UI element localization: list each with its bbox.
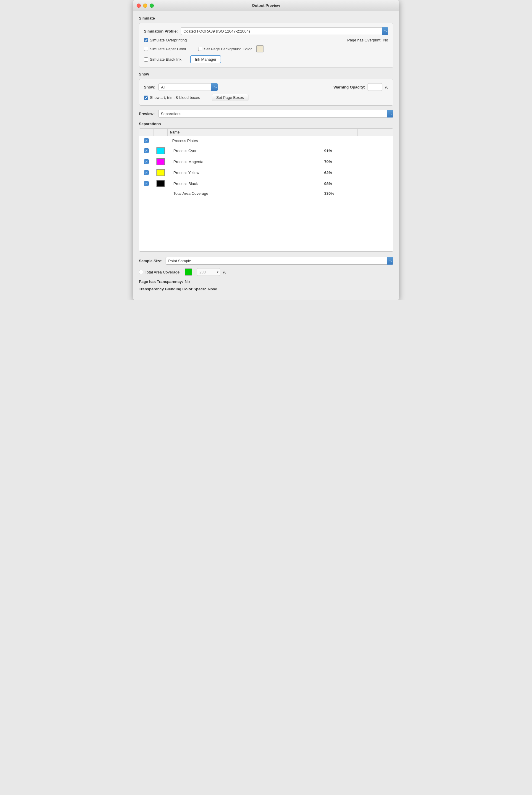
row-color-cell	[153, 145, 168, 156]
set-page-boxes-button[interactable]: Set Page Boxes	[212, 94, 248, 101]
row-checkbox-checked[interactable]: ✓	[144, 170, 149, 175]
simulate-black-ink-label[interactable]: Simulate Black Ink	[144, 57, 182, 61]
table-body: ✓ Process Plates ✓	[139, 136, 393, 251]
table-row: ✓ Process Cyan 91%	[139, 145, 393, 156]
page-bg-color-swatch[interactable]	[256, 45, 264, 52]
row-checkbox-checked[interactable]: ✓	[144, 138, 149, 143]
color-swatch-yellow	[156, 169, 165, 176]
simulate-paper-row: Simulate Paper Color Set Page Background…	[144, 45, 388, 52]
ink-manager-button[interactable]: Ink Manager	[190, 55, 221, 64]
sample-size-select[interactable]: Point Sample	[166, 257, 393, 265]
close-button[interactable]	[137, 3, 141, 8]
output-preview-window: Output Preview Simulate Simulation Profi…	[133, 0, 399, 300]
simulate-overprinting-checkbox[interactable]	[144, 38, 148, 42]
row-extra-cell	[358, 170, 393, 175]
row-checkbox-cell[interactable]: ✓	[139, 136, 153, 145]
table-empty-space	[139, 198, 393, 251]
row-checkbox-cell[interactable]: ✓	[139, 168, 153, 177]
set-page-bg-checkbox[interactable]	[198, 47, 202, 51]
row-extra-cell	[358, 149, 393, 153]
simulate-black-ink-checkbox[interactable]	[144, 57, 148, 61]
sample-size-select-wrapper: Point Sample	[166, 257, 393, 265]
tac-percent-unit: %	[223, 270, 226, 274]
row-extra-cell	[358, 160, 393, 164]
window-title: Output Preview	[252, 3, 280, 8]
row-checkbox-cell[interactable]: ✓	[139, 157, 153, 166]
row-color-cell	[153, 139, 168, 143]
show-boxes-checkbox-label[interactable]: Show art, trim, & bleed boxes	[144, 95, 200, 100]
simulate-paper-color-text: Simulate Paper Color	[150, 47, 187, 51]
warning-opacity-input[interactable]: 100	[367, 83, 382, 91]
row-name-cell: Process Cyan	[168, 146, 322, 155]
tac-color-swatch[interactable]	[185, 269, 192, 275]
preview-select-wrapper: Separations	[158, 110, 393, 118]
warning-opacity-row: Warning Opacity: 100 %	[334, 83, 388, 91]
simulation-profile-select-wrapper: Coated FOGRA39 (ISO 12647-2:2004)	[181, 27, 388, 35]
row-name-cell: Process Yellow	[168, 168, 322, 177]
tac-checkbox-label[interactable]: Total Area Coverage	[139, 270, 180, 274]
minimize-button[interactable]	[143, 3, 147, 8]
show-boxes-row: Show art, trim, & bleed boxes Set Page B…	[144, 94, 388, 101]
tac-checkbox-row: Total Area Coverage 280 %	[139, 268, 393, 276]
tac-checkbox[interactable]	[139, 270, 143, 274]
tac-value-select-wrapper: 280	[197, 268, 220, 276]
show-select-wrapper: All	[158, 83, 217, 91]
maximize-button[interactable]	[150, 3, 154, 8]
simulate-panel: Simulation Profile: Coated FOGRA39 (ISO …	[139, 23, 393, 68]
table-row: Total Area Coverage 330%	[139, 189, 393, 198]
simulation-profile-label: Simulation Profile:	[144, 29, 178, 33]
header-extra-col	[358, 129, 393, 136]
table-row: ✓ Process Black 98%	[139, 178, 393, 189]
simulate-paper-color-label[interactable]: Simulate Paper Color	[144, 47, 187, 51]
row-extra-cell	[358, 192, 393, 196]
preview-select[interactable]: Separations	[158, 110, 393, 118]
separations-section: Separations Name ✓	[139, 122, 393, 252]
show-label: Show:	[144, 85, 155, 89]
tac-percent-wrapper: 280 %	[197, 268, 226, 276]
color-swatch-cyan	[156, 147, 165, 154]
page-transparency-label: Page has Transparency:	[139, 279, 183, 284]
row-color-cell	[153, 167, 168, 178]
row-checkbox-cell[interactable]: ✓	[139, 146, 153, 155]
separations-table: Name ✓ Process Plates	[139, 128, 393, 252]
set-page-bg-label[interactable]: Set Page Background Color	[198, 47, 252, 51]
set-page-bg-text: Set Page Background Color	[204, 47, 252, 51]
preview-row: Preview: Separations	[139, 110, 393, 118]
row-pct-cell: 98%	[322, 179, 358, 188]
row-extra-cell	[358, 181, 393, 185]
show-boxes-checkbox[interactable]	[144, 96, 148, 100]
row-checkbox-checked[interactable]: ✓	[144, 148, 149, 153]
transparency-blending-label: Transparency Blending Color Space:	[139, 287, 206, 291]
simulation-profile-select[interactable]: Coated FOGRA39 (ISO 12647-2:2004)	[181, 27, 388, 35]
simulate-black-ink-row: Simulate Black Ink Ink Manager	[144, 55, 388, 64]
header-color-col	[153, 129, 168, 136]
tac-value-select[interactable]: 280	[197, 268, 220, 276]
row-pct-cell-total: 330%	[322, 189, 358, 198]
preview-label: Preview:	[139, 112, 155, 116]
row-pct-cell: 62%	[322, 168, 358, 177]
traffic-lights	[137, 3, 154, 8]
transparency-blending-value: None	[208, 287, 217, 291]
row-checkbox-checked[interactable]: ✓	[144, 181, 149, 186]
transparency-blending-row: Transparency Blending Color Space: None	[139, 287, 393, 291]
row-checkbox-cell[interactable]: ✓	[139, 179, 153, 188]
show-select[interactable]: All	[158, 83, 217, 91]
table-row: ✓ Process Yellow 62%	[139, 167, 393, 178]
title-bar: Output Preview	[133, 0, 399, 11]
separations-label: Separations	[139, 122, 393, 126]
color-swatch-black	[156, 180, 165, 187]
simulate-overprinting-checkbox-label[interactable]: Simulate Overprinting	[144, 38, 187, 42]
simulate-paper-color-checkbox[interactable]	[144, 47, 148, 51]
sample-size-label: Sample Size:	[139, 259, 163, 263]
row-name-cell-total: Total Area Coverage	[168, 189, 322, 198]
simulation-profile-row: Simulation Profile: Coated FOGRA39 (ISO …	[144, 27, 388, 35]
overprint-info: Page has Overprint: No	[347, 38, 388, 42]
row-checkbox-checked[interactable]: ✓	[144, 159, 149, 164]
sample-size-row: Sample Size: Point Sample	[139, 257, 393, 265]
row-pct-cell: 79%	[322, 158, 358, 166]
warning-opacity-unit: %	[385, 85, 388, 89]
show-row: Show: All Warning Opacity: 100 %	[144, 83, 388, 91]
table-row: ✓ Process Magenta 79%	[139, 156, 393, 167]
row-pct-cell: 91%	[322, 146, 358, 155]
row-extra-cell	[358, 139, 393, 143]
